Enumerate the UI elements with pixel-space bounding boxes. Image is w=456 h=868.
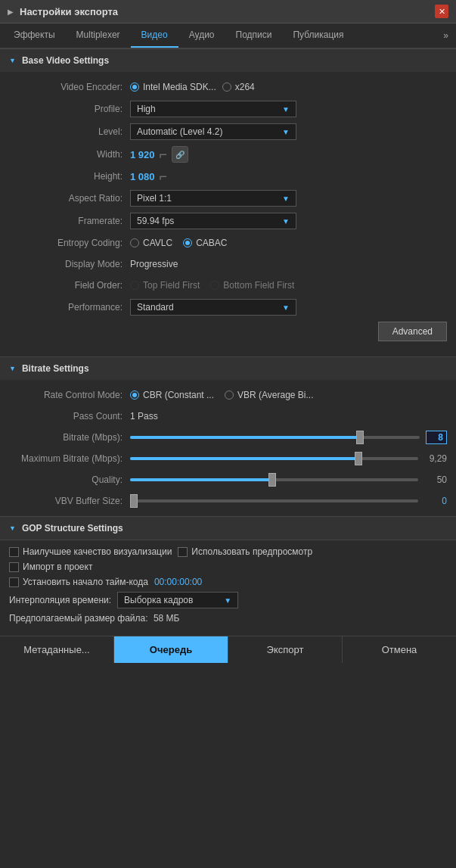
tab-subtitles[interactable]: Подписи bbox=[225, 23, 283, 48]
bracket-bottom-icon: ⌐ bbox=[160, 170, 168, 183]
encoder-x264-radio[interactable] bbox=[222, 82, 231, 92]
rate-cbr-option[interactable]: CBR (Constant ... bbox=[130, 390, 214, 400]
field-top-first-radio[interactable] bbox=[130, 281, 139, 290]
max-bitrate-slider-track[interactable] bbox=[130, 457, 418, 460]
level-row: Level: Automatic (Level 4.2) ▼ bbox=[0, 120, 456, 143]
timecode-check-item[interactable]: Установить начало тайм-кода bbox=[9, 577, 148, 587]
level-label: Level: bbox=[9, 126, 130, 137]
export-button[interactable]: Экспорт bbox=[228, 636, 343, 663]
aspect-ratio-dropdown[interactable]: Pixel 1:1 ▼ bbox=[130, 190, 296, 207]
tab-audio[interactable]: Аудио bbox=[178, 23, 225, 48]
framerate-dropdown[interactable]: 59.94 fps ▼ bbox=[130, 213, 296, 229]
max-bitrate-label: Maximum Bitrate (Mbps): bbox=[9, 453, 130, 464]
entropy-coding-options: CAVLC CABAC bbox=[130, 238, 227, 248]
aspect-ratio-label: Aspect Ratio: bbox=[9, 193, 130, 204]
bottom-checkbox-row2: Импорт в проект bbox=[9, 562, 447, 572]
metadata-button[interactable]: Метаданные... bbox=[0, 636, 114, 663]
base-video-section: ▼ Base Video Settings Video Encoder: Int… bbox=[0, 48, 456, 356]
import-checkbox[interactable] bbox=[9, 562, 19, 572]
bitrate-value: 8 bbox=[426, 431, 447, 444]
filesize-value: 58 МБ bbox=[154, 613, 180, 624]
tabs-bar: Эффекты Multiplexer Видео Аудио Подписи … bbox=[0, 23, 456, 48]
tab-video[interactable]: Видео bbox=[131, 23, 178, 48]
timecode-checkbox[interactable] bbox=[9, 577, 19, 587]
base-video-title: Base Video Settings bbox=[22, 55, 109, 66]
base-video-header[interactable]: ▼ Base Video Settings bbox=[0, 49, 456, 72]
profile-dropdown[interactable]: High ▼ bbox=[130, 101, 296, 117]
bitrate-slider-group: 8 bbox=[130, 431, 447, 444]
bottom-buttons: Метаданные... Очередь Экспорт Отмена bbox=[0, 636, 456, 663]
encoder-sdk-radio[interactable] bbox=[130, 82, 139, 92]
max-bitrate-value: 9,29 bbox=[424, 453, 447, 464]
rate-vbr-label: VBR (Average Bi... bbox=[237, 390, 314, 400]
quality-checkbox[interactable] bbox=[9, 547, 19, 557]
vbv-slider-track[interactable] bbox=[130, 499, 418, 502]
quality-slider-thumb[interactable] bbox=[268, 473, 276, 487]
bitrate-slider-thumb[interactable] bbox=[356, 431, 364, 444]
entropy-cavlc-radio[interactable] bbox=[130, 238, 139, 247]
quality-slider-fill bbox=[130, 478, 275, 481]
rate-cbr-radio[interactable] bbox=[130, 390, 139, 400]
advanced-button[interactable]: Advanced bbox=[378, 322, 447, 341]
pass-count-label: Pass Count: bbox=[9, 411, 130, 422]
queue-button[interactable]: Очередь bbox=[114, 636, 228, 663]
width-label: Width: bbox=[9, 149, 130, 160]
entropy-cavlc-option[interactable]: CAVLC bbox=[130, 238, 172, 248]
entropy-coding-row: Entropy Coding: CAVLC CABAC bbox=[0, 232, 456, 254]
vbv-slider-group: 0 bbox=[130, 496, 447, 506]
interpolation-label: Интерполяция времени: bbox=[9, 595, 111, 605]
link-dimensions-button[interactable]: 🔗 bbox=[172, 146, 188, 163]
field-top-first-option[interactable]: Top Field First bbox=[130, 280, 200, 291]
quality-label: Quality: bbox=[9, 474, 130, 485]
tab-publish[interactable]: Публикация bbox=[282, 23, 354, 48]
tab-multiplexer[interactable]: Multiplexer bbox=[66, 23, 131, 48]
rate-vbr-radio[interactable] bbox=[225, 390, 234, 400]
import-check-item[interactable]: Импорт в проект bbox=[9, 562, 92, 572]
interpolation-dropdown[interactable]: Выборка кадров ▼ bbox=[117, 592, 238, 608]
cancel-button[interactable]: Отмена bbox=[343, 636, 456, 663]
bitrate-slider-track[interactable] bbox=[130, 436, 420, 439]
tab-more-icon[interactable]: » bbox=[439, 24, 453, 47]
aspect-ratio-arrow-icon: ▼ bbox=[282, 194, 290, 203]
rate-vbr-option[interactable]: VBR (Average Bi... bbox=[225, 390, 314, 400]
base-video-body: Video Encoder: Intel Media SDK... x264 P… bbox=[0, 72, 456, 356]
profile-label: Profile: bbox=[9, 104, 130, 114]
gop-arrow-icon: ▼ bbox=[9, 524, 16, 532]
entropy-cavlc-label: CAVLC bbox=[143, 238, 172, 248]
field-bottom-first-radio[interactable] bbox=[210, 281, 219, 290]
preview-check-item[interactable]: Использовать предпросмотр bbox=[178, 546, 312, 557]
width-value: 1 920 bbox=[130, 149, 155, 160]
width-height-group: 1 920 ⌐ 🔗 bbox=[130, 146, 188, 163]
title-bar-left: ▶ Настройки экспорта bbox=[8, 6, 118, 17]
gop-header[interactable]: ▼ GOP Structure Settings bbox=[0, 517, 456, 540]
quality-check-item[interactable]: Наилучшее качество визуализации bbox=[9, 546, 172, 557]
timecode-row: Установить начало тайм-кода 00:00:00:00 bbox=[9, 577, 447, 587]
video-encoder-label: Video Encoder: bbox=[9, 82, 130, 92]
performance-label: Performance: bbox=[9, 302, 130, 313]
quality-slider-track[interactable] bbox=[130, 478, 418, 481]
level-value: Automatic (Level 4.2) bbox=[137, 126, 222, 137]
framerate-arrow-icon: ▼ bbox=[282, 217, 290, 226]
performance-value: Standard bbox=[137, 302, 174, 313]
height-row: Height: 1 080 ⌐ bbox=[0, 166, 456, 187]
quality-slider-group: 50 bbox=[130, 474, 447, 485]
encoder-sdk-option[interactable]: Intel Media SDK... bbox=[130, 82, 216, 92]
vbv-slider-thumb[interactable] bbox=[130, 494, 138, 508]
max-bitrate-slider-group: 9,29 bbox=[130, 453, 447, 464]
level-dropdown[interactable]: Automatic (Level 4.2) ▼ bbox=[130, 123, 296, 140]
bitrate-header[interactable]: ▼ Bitrate Settings bbox=[0, 357, 456, 380]
advanced-btn-row: Advanced bbox=[0, 319, 456, 352]
close-button[interactable]: ✕ bbox=[435, 5, 448, 18]
tab-effects[interactable]: Эффекты bbox=[3, 23, 66, 48]
performance-dropdown[interactable]: Standard ▼ bbox=[130, 299, 296, 316]
video-encoder-options: Intel Media SDK... x264 bbox=[130, 82, 447, 92]
entropy-cabac-radio[interactable] bbox=[183, 238, 192, 247]
field-bottom-first-option[interactable]: Bottom Field First bbox=[210, 280, 294, 291]
encoder-x264-option[interactable]: x264 bbox=[222, 82, 255, 92]
width-row: Width: 1 920 ⌐ 🔗 bbox=[0, 143, 456, 166]
entropy-cabac-option[interactable]: CABAC bbox=[183, 238, 227, 248]
preview-checkbox[interactable] bbox=[178, 547, 188, 557]
performance-row: Performance: Standard ▼ bbox=[0, 296, 456, 319]
title-bar-text: Настройки экспорта bbox=[20, 6, 118, 17]
max-bitrate-slider-thumb[interactable] bbox=[355, 452, 362, 465]
